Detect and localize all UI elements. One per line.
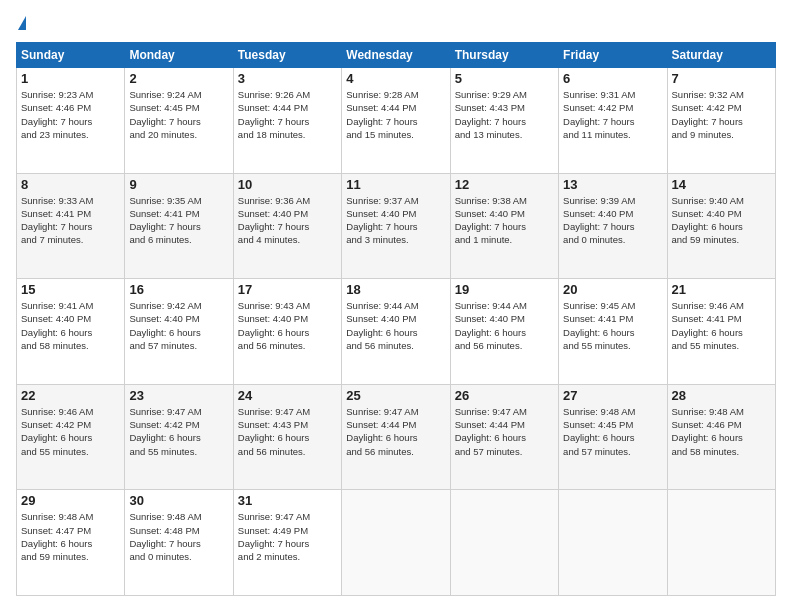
sunrise-line: Sunrise: 9:48 AM xyxy=(129,511,201,522)
calendar-cell: 28Sunrise: 9:48 AMSunset: 4:46 PMDayligh… xyxy=(667,384,775,490)
calendar-cell: 24Sunrise: 9:47 AMSunset: 4:43 PMDayligh… xyxy=(233,384,341,490)
sunset-line: Sunset: 4:45 PM xyxy=(563,419,633,430)
calendar-cell: 20Sunrise: 9:45 AMSunset: 4:41 PMDayligh… xyxy=(559,279,667,385)
sunrise-line: Sunrise: 9:37 AM xyxy=(346,195,418,206)
day-number: 7 xyxy=(672,71,771,86)
day-number: 14 xyxy=(672,177,771,192)
day-info: Sunrise: 9:37 AMSunset: 4:40 PMDaylight:… xyxy=(346,194,445,247)
daylight-continuation: and 56 minutes. xyxy=(346,340,414,351)
sunset-line: Sunset: 4:41 PM xyxy=(563,313,633,324)
sunset-line: Sunset: 4:40 PM xyxy=(455,313,525,324)
sunset-line: Sunset: 4:42 PM xyxy=(21,419,91,430)
day-number: 30 xyxy=(129,493,228,508)
sunrise-line: Sunrise: 9:41 AM xyxy=(21,300,93,311)
sunrise-line: Sunrise: 9:38 AM xyxy=(455,195,527,206)
daylight-line: Daylight: 7 hours xyxy=(563,116,634,127)
daylight-line: Daylight: 6 hours xyxy=(238,432,309,443)
daylight-line: Daylight: 6 hours xyxy=(455,327,526,338)
daylight-continuation: and 3 minutes. xyxy=(346,234,408,245)
day-number: 4 xyxy=(346,71,445,86)
sunset-line: Sunset: 4:46 PM xyxy=(672,419,742,430)
daylight-line: Daylight: 7 hours xyxy=(346,116,417,127)
sunset-line: Sunset: 4:40 PM xyxy=(563,208,633,219)
daylight-line: Daylight: 6 hours xyxy=(21,538,92,549)
sunrise-line: Sunrise: 9:48 AM xyxy=(563,406,635,417)
daylight-continuation: and 57 minutes. xyxy=(129,340,197,351)
calendar-cell: 27Sunrise: 9:48 AMSunset: 4:45 PMDayligh… xyxy=(559,384,667,490)
calendar-cell: 11Sunrise: 9:37 AMSunset: 4:40 PMDayligh… xyxy=(342,173,450,279)
sunset-line: Sunset: 4:43 PM xyxy=(238,419,308,430)
sunrise-line: Sunrise: 9:44 AM xyxy=(455,300,527,311)
day-info: Sunrise: 9:23 AMSunset: 4:46 PMDaylight:… xyxy=(21,88,120,141)
daylight-line: Daylight: 6 hours xyxy=(346,432,417,443)
daylight-continuation: and 6 minutes. xyxy=(129,234,191,245)
day-number: 13 xyxy=(563,177,662,192)
daylight-continuation: and 18 minutes. xyxy=(238,129,306,140)
calendar-cell: 19Sunrise: 9:44 AMSunset: 4:40 PMDayligh… xyxy=(450,279,558,385)
daylight-line: Daylight: 6 hours xyxy=(21,432,92,443)
sunrise-line: Sunrise: 9:43 AM xyxy=(238,300,310,311)
calendar-week-5: 29Sunrise: 9:48 AMSunset: 4:47 PMDayligh… xyxy=(17,490,776,596)
daylight-line: Daylight: 7 hours xyxy=(455,221,526,232)
sunrise-line: Sunrise: 9:26 AM xyxy=(238,89,310,100)
day-number: 26 xyxy=(455,388,554,403)
sunrise-line: Sunrise: 9:24 AM xyxy=(129,89,201,100)
day-number: 23 xyxy=(129,388,228,403)
day-info: Sunrise: 9:42 AMSunset: 4:40 PMDaylight:… xyxy=(129,299,228,352)
sunset-line: Sunset: 4:42 PM xyxy=(563,102,633,113)
calendar-header-row: SundayMondayTuesdayWednesdayThursdayFrid… xyxy=(17,43,776,68)
sunset-line: Sunset: 4:40 PM xyxy=(21,313,91,324)
sunrise-line: Sunrise: 9:39 AM xyxy=(563,195,635,206)
sunset-line: Sunset: 4:49 PM xyxy=(238,525,308,536)
daylight-line: Daylight: 6 hours xyxy=(672,221,743,232)
daylight-continuation: and 58 minutes. xyxy=(21,340,89,351)
daylight-continuation: and 59 minutes. xyxy=(21,551,89,562)
sunrise-line: Sunrise: 9:23 AM xyxy=(21,89,93,100)
calendar-cell: 16Sunrise: 9:42 AMSunset: 4:40 PMDayligh… xyxy=(125,279,233,385)
day-info: Sunrise: 9:40 AMSunset: 4:40 PMDaylight:… xyxy=(672,194,771,247)
daylight-continuation: and 13 minutes. xyxy=(455,129,523,140)
day-info: Sunrise: 9:44 AMSunset: 4:40 PMDaylight:… xyxy=(455,299,554,352)
day-info: Sunrise: 9:47 AMSunset: 4:43 PMDaylight:… xyxy=(238,405,337,458)
sunrise-line: Sunrise: 9:31 AM xyxy=(563,89,635,100)
calendar-cell: 9Sunrise: 9:35 AMSunset: 4:41 PMDaylight… xyxy=(125,173,233,279)
calendar-cell: 22Sunrise: 9:46 AMSunset: 4:42 PMDayligh… xyxy=(17,384,125,490)
daylight-line: Daylight: 7 hours xyxy=(672,116,743,127)
day-info: Sunrise: 9:47 AMSunset: 4:44 PMDaylight:… xyxy=(455,405,554,458)
sunset-line: Sunset: 4:44 PM xyxy=(238,102,308,113)
calendar-cell: 15Sunrise: 9:41 AMSunset: 4:40 PMDayligh… xyxy=(17,279,125,385)
daylight-line: Daylight: 7 hours xyxy=(346,221,417,232)
calendar-header-saturday: Saturday xyxy=(667,43,775,68)
calendar: SundayMondayTuesdayWednesdayThursdayFrid… xyxy=(16,42,776,596)
daylight-continuation: and 58 minutes. xyxy=(672,446,740,457)
day-number: 31 xyxy=(238,493,337,508)
calendar-cell: 4Sunrise: 9:28 AMSunset: 4:44 PMDaylight… xyxy=(342,68,450,174)
day-info: Sunrise: 9:28 AMSunset: 4:44 PMDaylight:… xyxy=(346,88,445,141)
day-number: 1 xyxy=(21,71,120,86)
daylight-continuation: and 55 minutes. xyxy=(672,340,740,351)
calendar-header-sunday: Sunday xyxy=(17,43,125,68)
sunset-line: Sunset: 4:46 PM xyxy=(21,102,91,113)
day-number: 21 xyxy=(672,282,771,297)
calendar-header-wednesday: Wednesday xyxy=(342,43,450,68)
sunrise-line: Sunrise: 9:47 AM xyxy=(238,511,310,522)
day-info: Sunrise: 9:39 AMSunset: 4:40 PMDaylight:… xyxy=(563,194,662,247)
calendar-cell: 21Sunrise: 9:46 AMSunset: 4:41 PMDayligh… xyxy=(667,279,775,385)
sunset-line: Sunset: 4:41 PM xyxy=(672,313,742,324)
calendar-cell: 14Sunrise: 9:40 AMSunset: 4:40 PMDayligh… xyxy=(667,173,775,279)
calendar-cell xyxy=(342,490,450,596)
sunrise-line: Sunrise: 9:47 AM xyxy=(455,406,527,417)
day-number: 10 xyxy=(238,177,337,192)
daylight-continuation: and 0 minutes. xyxy=(563,234,625,245)
daylight-continuation: and 4 minutes. xyxy=(238,234,300,245)
day-number: 9 xyxy=(129,177,228,192)
daylight-line: Daylight: 6 hours xyxy=(455,432,526,443)
day-number: 27 xyxy=(563,388,662,403)
sunset-line: Sunset: 4:40 PM xyxy=(455,208,525,219)
daylight-line: Daylight: 7 hours xyxy=(238,116,309,127)
day-info: Sunrise: 9:26 AMSunset: 4:44 PMDaylight:… xyxy=(238,88,337,141)
header xyxy=(16,16,776,32)
sunrise-line: Sunrise: 9:47 AM xyxy=(129,406,201,417)
calendar-header-tuesday: Tuesday xyxy=(233,43,341,68)
logo-triangle-icon xyxy=(18,16,26,30)
